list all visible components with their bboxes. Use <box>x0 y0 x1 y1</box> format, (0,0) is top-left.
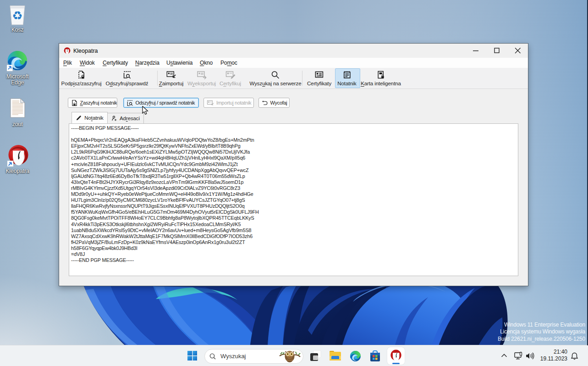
svg-text:♻: ♻ <box>12 9 22 22</box>
